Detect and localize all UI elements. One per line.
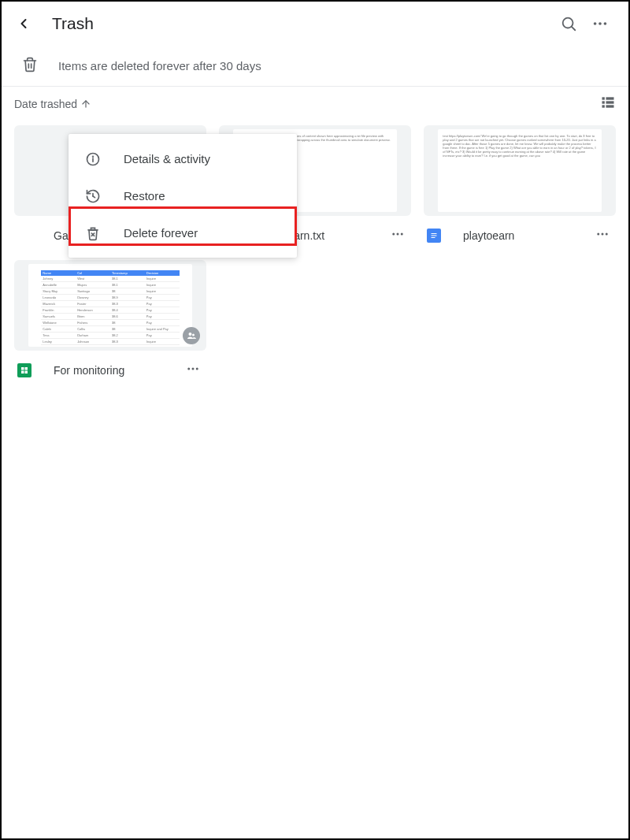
app-header: Trash — [2, 2, 628, 46]
svg-point-20 — [401, 233, 403, 236]
svg-rect-7 — [606, 97, 614, 99]
shared-badge-icon — [183, 327, 200, 344]
file-name-label: playtoearn — [463, 229, 592, 242]
file-name-label: For monitoring — [54, 364, 183, 377]
svg-rect-32 — [25, 371, 28, 374]
svg-line-40 — [93, 196, 95, 198]
svg-point-26 — [606, 233, 608, 236]
trash-info-bar: Items are deleted forever after 30 days — [2, 46, 628, 87]
svg-rect-6 — [602, 97, 605, 99]
svg-line-1 — [572, 27, 575, 30]
svg-point-25 — [602, 233, 604, 236]
sort-by-button[interactable]: Date trashed — [14, 98, 91, 110]
svg-rect-8 — [602, 101, 605, 103]
svg-point-4 — [604, 22, 607, 25]
svg-point-2 — [594, 22, 597, 25]
menu-item-delete-forever[interactable]: Delete forever — [69, 214, 297, 251]
back-button[interactable] — [14, 14, 33, 33]
context-menu: Details & activity Restore Delete foreve… — [69, 134, 297, 258]
file-more-button[interactable] — [183, 359, 203, 382]
trash-info-text: Items are deleted forever after 30 days — [58, 59, 261, 72]
search-button[interactable] — [553, 8, 584, 39]
folder-icon — [17, 229, 32, 243]
svg-point-33 — [187, 368, 190, 370]
svg-point-24 — [597, 233, 599, 236]
svg-rect-10 — [602, 105, 605, 107]
svg-rect-11 — [606, 105, 614, 107]
more-options-button[interactable] — [584, 8, 616, 39]
menu-item-details[interactable]: Details & activity — [69, 140, 297, 177]
menu-item-restore[interactable]: Restore — [69, 177, 297, 214]
menu-label: Details & activity — [124, 152, 210, 165]
menu-label: Delete forever — [124, 226, 198, 240]
file-more-button[interactable] — [387, 224, 408, 247]
page-title: Trash — [52, 14, 94, 33]
file-more-button[interactable] — [592, 224, 613, 247]
file-thumbnail: NameColTimestampDecision JohnnyWest38.1I… — [14, 260, 206, 351]
svg-rect-29 — [21, 367, 24, 370]
doc-icon — [427, 229, 441, 243]
trash-icon — [22, 57, 38, 75]
svg-point-38 — [93, 156, 94, 157]
sort-label-text: Date trashed — [14, 98, 77, 110]
file-card-for-monitoring[interactable]: NameColTimestampDecision JohnnyWest38.1I… — [14, 260, 206, 382]
restore-icon — [84, 188, 102, 205]
svg-rect-30 — [25, 367, 28, 370]
file-card-playtoearn[interactable]: test https://playtoearn.com/ We're going… — [424, 125, 616, 247]
svg-point-35 — [196, 368, 198, 370]
svg-rect-9 — [606, 101, 614, 103]
svg-rect-21 — [432, 233, 437, 234]
delete-forever-icon — [84, 225, 102, 242]
svg-point-18 — [392, 233, 395, 236]
svg-point-27 — [189, 333, 192, 336]
info-icon — [84, 151, 102, 168]
sheet-icon — [17, 363, 32, 377]
svg-point-34 — [192, 368, 195, 370]
list-view-toggle[interactable] — [600, 95, 616, 113]
svg-rect-23 — [432, 237, 435, 238]
svg-point-19 — [397, 233, 399, 236]
svg-point-28 — [192, 334, 195, 336]
svg-point-3 — [598, 22, 602, 25]
svg-rect-31 — [21, 371, 24, 374]
arrow-up-icon — [80, 98, 91, 110]
menu-label: Restore — [124, 189, 165, 203]
sort-row: Date trashed — [2, 87, 628, 117]
file-thumbnail: test https://playtoearn.com/ We're going… — [424, 125, 616, 216]
svg-rect-22 — [432, 236, 437, 236]
